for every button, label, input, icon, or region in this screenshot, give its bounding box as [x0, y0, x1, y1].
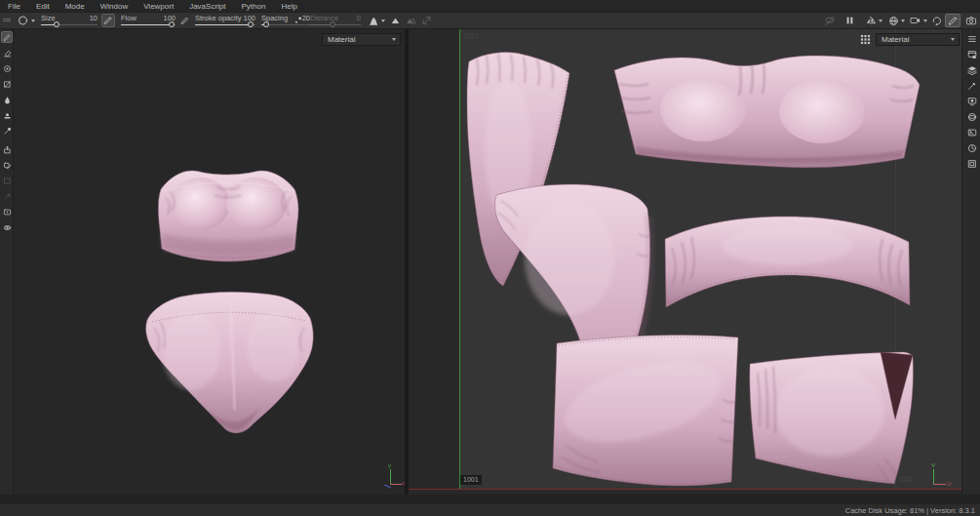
camera-icon	[965, 16, 977, 25]
smudge-drop-icon	[3, 96, 12, 104]
smudge-tool-button[interactable]	[1, 94, 13, 105]
stroke-opacity-knob[interactable]	[248, 21, 254, 27]
frame-icon	[3, 177, 12, 185]
material-picker-tool-button[interactable]	[1, 125, 13, 137]
image-card-icon	[967, 128, 977, 138]
chevron-down-icon	[381, 20, 385, 22]
falloff-curve-icon	[368, 16, 379, 26]
axis-v-label: V	[931, 462, 935, 468]
snap-grid-button	[419, 14, 433, 27]
history-tab[interactable]	[965, 141, 978, 154]
list-icon	[967, 34, 977, 44]
menu-edit[interactable]: Edit	[28, 0, 58, 13]
rotate-view-button[interactable]	[929, 14, 943, 27]
lasso-select-button	[822, 14, 837, 27]
video-camera-icon	[909, 16, 921, 25]
axis-gizmo-uv: V U	[926, 465, 952, 489]
falloff-curve-button[interactable]	[367, 14, 386, 27]
window-gear-icon	[967, 50, 977, 60]
eraser-tool-button[interactable]	[1, 47, 13, 59]
clone-brush-button[interactable]	[1, 159, 13, 171]
uv-material-dropdown-value: Material	[877, 35, 949, 44]
size-label: Size	[41, 14, 56, 21]
chevron-down-icon	[923, 20, 927, 22]
uv-island-back-panel	[553, 336, 738, 486]
snapshot-button[interactable]	[963, 14, 978, 27]
uv-island-bandeau	[614, 56, 920, 168]
stroke-opacity-label: Stroke opacity	[195, 14, 242, 21]
pen-pressure-icon	[103, 16, 113, 25]
projection-tool-button[interactable]	[1, 62, 13, 74]
tablet-settings-button[interactable]	[1, 206, 13, 218]
texture-set-settings-tab[interactable]	[965, 48, 978, 60]
axis-u-label: U	[947, 481, 951, 487]
camera-settings-button[interactable]	[908, 14, 928, 27]
size-slider[interactable]: Size10	[41, 14, 98, 25]
monitor-gear-icon	[967, 97, 977, 106]
frame-tool-button	[1, 175, 13, 186]
stroke-opacity-value: 100	[243, 14, 255, 21]
distance-knob	[330, 21, 335, 27]
menu-help[interactable]: Help	[273, 0, 304, 13]
polygon-fill-tool-button[interactable]	[1, 78, 13, 90]
square-in-square-icon	[967, 159, 977, 169]
sphere-icon	[888, 16, 899, 26]
layers-tab[interactable]	[965, 63, 978, 76]
pen-pressure-icon	[180, 16, 190, 25]
texture-set-list-tab[interactable]	[965, 32, 978, 45]
lasso-disabled-icon	[824, 16, 836, 26]
uv-island-waistband	[665, 217, 910, 307]
size-knob[interactable]	[54, 21, 59, 27]
properties-tab[interactable]	[965, 79, 978, 92]
frame-panel-tab[interactable]	[965, 157, 978, 170]
mask-view-button[interactable]	[1, 221, 13, 233]
display-settings-tab[interactable]	[965, 95, 978, 107]
eraser-icon	[3, 49, 12, 58]
brush-preview-button[interactable]	[17, 14, 36, 27]
brush-tip-circle-icon	[18, 15, 29, 26]
flow-knob[interactable]	[169, 21, 175, 27]
projection-settings-button[interactable]	[887, 14, 906, 27]
toolbar-drag-handle[interactable]	[3, 17, 11, 23]
shader-sphere-icon	[967, 112, 977, 122]
symmetry-button[interactable]	[388, 14, 402, 27]
size-pressure-toggle[interactable]	[101, 14, 115, 27]
chevron-down-icon	[901, 20, 905, 22]
flow-slider[interactable]: Flow100	[121, 14, 176, 25]
dots-spacing-icon	[294, 16, 303, 25]
pencil-icon	[948, 16, 959, 26]
paint-tool-toolbar-button[interactable]	[945, 14, 960, 27]
symmetry-settings-button[interactable]	[864, 14, 883, 27]
snap-grid-icon	[421, 16, 432, 25]
spacing-knob[interactable]	[263, 21, 269, 27]
export-tool-button[interactable]	[1, 143, 13, 155]
material-mode-dropdown[interactable]: Material	[322, 33, 401, 46]
menu-python[interactable]: Python	[234, 0, 274, 13]
chevron-down-icon	[879, 20, 882, 22]
clone-tool-button[interactable]	[1, 109, 13, 121]
menu-file[interactable]: File	[0, 0, 28, 13]
menu-window[interactable]: Window	[93, 0, 136, 13]
grid-icon	[860, 34, 871, 45]
menu-bar: File Edit Mode Window Viewport JavaScrip…	[0, 0, 980, 13]
menu-viewport[interactable]: Viewport	[136, 0, 181, 13]
menu-mode[interactable]: Mode	[58, 0, 93, 13]
pause-engine-button[interactable]	[843, 14, 857, 27]
viewport-uv[interactable]: 1011 1012 1002 1001	[409, 29, 961, 495]
stroke-opacity-slider[interactable]: Stroke opacity100	[195, 14, 255, 25]
distance-label: Distance	[310, 14, 338, 21]
paint-tool-button[interactable]	[1, 31, 13, 43]
tablet-icon	[3, 208, 12, 217]
transform-tool-button	[1, 190, 13, 202]
shader-settings-tab[interactable]	[965, 110, 978, 123]
spacing-mode-button[interactable]	[293, 14, 304, 27]
axis-gizmo-3d: y x	[383, 465, 405, 489]
flow-value: 100	[163, 14, 176, 21]
viewport-3d[interactable]: Material y x	[14, 29, 405, 495]
uv-grid-toggle-button[interactable]	[860, 34, 871, 45]
uv-material-mode-dropdown[interactable]: Material	[876, 33, 960, 46]
viewer-settings-tab[interactable]	[965, 126, 978, 139]
flow-pressure-toggle[interactable]	[179, 14, 191, 27]
projection-icon	[3, 64, 12, 73]
menu-javascript[interactable]: JavaScript	[181, 0, 233, 13]
